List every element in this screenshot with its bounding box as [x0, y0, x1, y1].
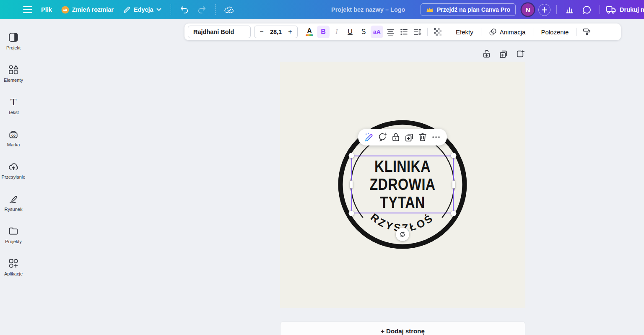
transparency-button[interactable] — [431, 26, 444, 38]
sidebar-item-design[interactable]: Projekt — [0, 25, 27, 57]
add-page-button[interactable]: + Dodaj stronę — [280, 321, 525, 335]
sidebar-item-uploads[interactable]: Przesyłanie — [0, 154, 27, 187]
avatar-initial: N — [526, 6, 530, 13]
sidebar-item-apps[interactable]: Aplikacje — [0, 251, 27, 283]
topbar-right-group: Przejdź na plan Canva Pro N — [421, 0, 644, 19]
sidebar-label: Tekst — [8, 110, 19, 115]
lock-page-button[interactable] — [481, 49, 491, 59]
redo-icon — [197, 5, 207, 14]
bold-button[interactable]: B — [317, 26, 330, 38]
upgrade-pro-button[interactable]: Przejdź na plan Canva Pro — [421, 3, 516, 16]
toolbar-divider — [427, 28, 428, 36]
toolbar-divider — [533, 28, 533, 36]
font-size-stepper: − 28,1 + — [254, 26, 298, 38]
list-button[interactable] — [397, 26, 410, 38]
sidebar-label: Projekty — [5, 239, 22, 244]
sidebar-item-text[interactable]: T Tekst — [0, 90, 27, 122]
duplicate-page-button[interactable] — [498, 49, 508, 59]
font-size-value[interactable]: 28,1 — [270, 29, 282, 35]
selection-handle-top-right[interactable] — [451, 153, 457, 158]
save-status-button[interactable] — [223, 3, 236, 16]
paint-roller-icon — [582, 28, 591, 36]
comments-button[interactable] — [580, 3, 594, 16]
undo-button[interactable] — [178, 3, 191, 16]
rainbow-underline — [306, 34, 313, 36]
sidebar-label: Przesyłanie — [2, 174, 26, 179]
add-member-button[interactable] — [538, 4, 551, 16]
font-family-selector[interactable]: Rajdhani Bold — [188, 26, 251, 38]
bullet-list-icon — [400, 28, 408, 36]
text-align-button[interactable] — [384, 26, 397, 38]
text-color-button[interactable]: A — [303, 26, 316, 38]
sidebar: Projekt Elementy T Tekst co Marka — [0, 19, 27, 283]
file-menu-label: Plik — [41, 6, 52, 13]
selection-box[interactable] — [351, 156, 454, 213]
strikethrough-button[interactable]: S — [357, 26, 370, 38]
rotate-icon — [399, 231, 406, 238]
topbar-divider — [556, 5, 557, 14]
crown-icon — [426, 7, 434, 13]
animate-button[interactable]: Animacja — [485, 28, 530, 36]
add-comment-button[interactable] — [377, 132, 388, 143]
add-page-icon-button[interactable] — [515, 49, 525, 59]
avatar[interactable]: N — [522, 3, 534, 16]
comment-plus-icon — [377, 132, 387, 142]
copy-style-button[interactable] — [580, 26, 593, 38]
add-page-icon — [515, 49, 525, 59]
delivery-truck-icon — [606, 6, 616, 14]
selection-handle-left[interactable] — [350, 181, 353, 189]
resize-button[interactable]: Zmień rozmiar — [59, 3, 116, 16]
topbar-left-group: Plik Zmień rozmiar Edycja — [0, 0, 236, 19]
comment-icon — [582, 5, 592, 14]
svg-text:co: co — [11, 133, 16, 138]
font-size-increase-button[interactable]: + — [287, 28, 293, 36]
delete-element-button[interactable] — [417, 132, 428, 143]
italic-button[interactable]: I — [330, 26, 343, 38]
line-spacing-icon — [413, 28, 421, 36]
canvas-page[interactable]: KLINIKA ZDROWIA TYTAN PRZYSZŁOŚĆ — [280, 62, 525, 308]
toolbar-divider — [576, 28, 576, 36]
font-size-decrease-button[interactable]: − — [259, 28, 265, 36]
line-spacing-button[interactable] — [411, 26, 423, 38]
sidebar-item-elements[interactable]: Elementy — [0, 57, 27, 90]
bar-chart-icon — [565, 5, 574, 14]
lock-element-button[interactable] — [390, 132, 401, 143]
lock-icon — [391, 132, 401, 142]
page-controls — [481, 49, 525, 59]
underline-button[interactable]: U — [344, 26, 356, 38]
crown-badge-icon — [61, 6, 69, 14]
duplicate-icon — [404, 132, 414, 142]
selection-handle-top-left[interactable] — [349, 153, 354, 158]
align-center-icon — [387, 28, 395, 36]
trash-icon — [418, 132, 428, 142]
redo-button[interactable] — [195, 3, 209, 16]
sidebar-item-projects[interactable]: Projekty — [0, 219, 27, 251]
file-menu-button[interactable]: Plik — [39, 3, 55, 16]
selection-handle-right[interactable] — [452, 181, 455, 189]
sidebar-item-draw[interactable]: Rysunek — [0, 187, 27, 219]
document-title[interactable]: Projekt bez nazwy – Logo — [331, 6, 405, 13]
main-menu-button[interactable] — [21, 3, 34, 16]
edit-menu-button[interactable]: Edycja — [120, 3, 164, 16]
selection-handle-bottom-right[interactable] — [451, 211, 457, 216]
text-icon: T — [8, 97, 18, 107]
element-context-toolbar — [358, 129, 447, 145]
design-icon — [8, 32, 18, 42]
duplicate-page-icon — [499, 49, 508, 59]
resize-label: Zmień rozmiar — [72, 6, 114, 13]
sidebar-item-brand[interactable]: co Marka — [0, 122, 27, 154]
rotate-handle[interactable] — [396, 228, 409, 241]
position-button[interactable]: Położenie — [537, 29, 573, 36]
effects-button[interactable]: Efekty — [452, 29, 478, 36]
format-toolbar: Rajdhani Bold − 28,1 + A B I U S aA — [184, 23, 621, 40]
edit-menu-label: Edycja — [134, 6, 153, 13]
duplicate-element-button[interactable] — [404, 132, 415, 143]
more-options-button[interactable] — [431, 132, 441, 143]
magic-edit-button[interactable] — [364, 132, 374, 143]
insights-button[interactable] — [563, 3, 576, 16]
text-case-button[interactable]: aA — [371, 26, 383, 38]
print-button[interactable]: Drukuj n — [606, 6, 644, 14]
unlock-icon — [482, 49, 491, 59]
selection-handle-bottom-left[interactable] — [349, 211, 354, 216]
sidebar-label: Projekt — [6, 45, 21, 50]
